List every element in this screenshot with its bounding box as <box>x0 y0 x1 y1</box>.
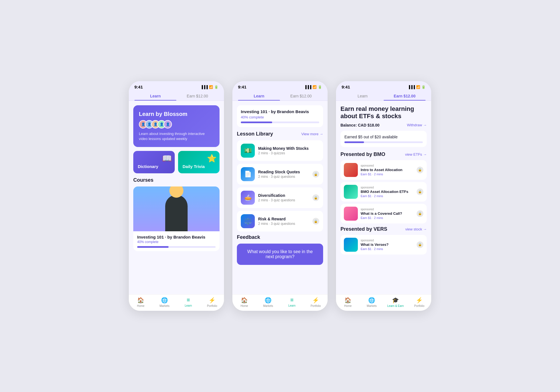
sponsored-thumb-3 <box>344 238 358 252</box>
sponsor-vers-link[interactable]: view stock → <box>405 227 427 231</box>
nav-home-label-3: Home <box>344 304 352 307</box>
lock-icon-sponsored-1: 🔒 <box>417 188 423 195</box>
status-icons-2: ▐▐▐ 📶 🔋 <box>304 85 322 89</box>
nav-markets-1[interactable]: 🌐 Markets <box>153 297 176 307</box>
nav-portfolio-2[interactable]: ⚡ Portfolio <box>304 297 328 307</box>
nav-portfolio-3[interactable]: ⚡ Portfolio <box>407 297 431 307</box>
lesson-info-0: Making Money With Stocks 2 mins · 3 quiz… <box>258 146 319 155</box>
markets-icon-3: 🌐 <box>368 297 375 304</box>
home-icon-2: 🏠 <box>241 297 248 304</box>
nav-portfolio-1[interactable]: ⚡ Portfolio <box>200 297 224 307</box>
person-body <box>165 195 188 231</box>
status-time-2: 9:41 <box>238 85 246 89</box>
tab-learn-1[interactable]: Learn <box>134 91 176 101</box>
wifi-icon-2: 📶 <box>312 85 317 89</box>
course-card[interactable]: Investing 101 · by Brandon Beavis 40% co… <box>133 186 220 251</box>
screen2-content: Investing 101 · by Brandon Beavis 40% co… <box>232 101 328 294</box>
battery-icon-2: 🔋 <box>318 85 322 89</box>
withdraw-button[interactable]: Withdraw → <box>407 123 427 127</box>
lesson-info-2: Diversification 2 mins · 3 quiz question… <box>258 193 309 202</box>
portfolio-icon-1: ⚡ <box>209 297 216 304</box>
avatar-5: 👤 <box>164 120 172 129</box>
lesson-name-1: Reading Stock Quotes <box>258 170 309 174</box>
tab-earn-1[interactable]: Earn $12.00 <box>176 91 218 101</box>
sponsored-earn-2: Earn $1 · 2 mins <box>361 216 414 220</box>
banner-progress-text: 40% complete <box>241 115 319 119</box>
wifi-icon: 📶 <box>209 85 213 89</box>
lock-icon-2: 🔒 <box>312 194 319 201</box>
nav-markets-3[interactable]: 🌐 Markets <box>360 297 384 307</box>
learn-earn-icon-3: 🎓 <box>392 297 399 304</box>
dictionary-tile[interactable]: 📖 Dictionary <box>133 151 175 173</box>
markets-icon-2: 🌐 <box>265 297 272 304</box>
tab-earn-2[interactable]: Earn $12.00 <box>280 91 322 101</box>
screen3-phone: 9:41 ▐▐▐ 📶 🔋 Learn Earn $12.00 Earn real… <box>336 81 431 311</box>
tab-learn-2[interactable]: Learn <box>238 91 280 101</box>
sponsored-label-3: sponsored <box>361 239 414 242</box>
lesson-meta-0: 2 mins · 3 quizzes <box>258 151 319 155</box>
nav-home-label-1: Home <box>137 304 144 307</box>
course-thumbnail <box>133 186 220 231</box>
lesson-meta-3: 2 mins · 3 quiz questions <box>258 222 309 226</box>
lesson-item-3[interactable]: ⚖️ Risk & Reward 2 mins · 3 quiz questio… <box>237 211 323 232</box>
sponsor-bmo-name: Presented by BMO <box>340 151 385 157</box>
lesson-info-1: Reading Stock Quotes 2 mins · 3 quiz que… <box>258 170 309 179</box>
home-icon-3: 🏠 <box>344 297 351 304</box>
lesson-name-2: Diversification <box>258 193 309 198</box>
view-more-link[interactable]: View more → <box>301 132 323 136</box>
sponsor-bmo-link[interactable]: view ETFs → <box>405 152 427 157</box>
nav-learn-earn-3[interactable]: 🎓 Learn & Earn <box>384 297 407 307</box>
sponsor-vers-header: Presented by VERS view stock → <box>340 226 427 232</box>
lesson-library-header: Lesson Library View more → <box>237 131 323 137</box>
trivia-tile[interactable]: ⭐ Daily Trivia <box>178 151 220 173</box>
bottom-nav-2: 🏠 Home 🌐 Markets ≡ Learn ⚡ Portfolio <box>232 294 328 311</box>
nav-home-label-2: Home <box>241 304 248 307</box>
feedback-label: Feedback <box>237 234 260 240</box>
nav-learn-1[interactable]: ≡ Learn <box>176 297 200 307</box>
bottom-nav-1: 🏠 Home 🌐 Markets ≡ Learn ⚡ Portfolio <box>129 294 224 311</box>
lesson-name-3: Risk & Reward <box>258 217 309 221</box>
nav-markets-2[interactable]: 🌐 Markets <box>256 297 280 307</box>
sponsored-info-1: sponsored BMO Asset Allocation ETFs Earn… <box>361 186 414 198</box>
nav-learn-label-1: Learn <box>185 304 192 307</box>
nav-portfolio-label-2: Portfolio <box>311 304 321 307</box>
sponsor-vers-name: Presented by VERS <box>340 226 387 232</box>
progress-bar-fill <box>137 246 169 248</box>
hero-avatars: 👤 👤 👤 👤 👤 <box>139 120 214 129</box>
sponsored-item-3[interactable]: sponsored What is Verses? Earn $1 · 2 mi… <box>340 235 427 255</box>
current-course-banner[interactable]: Investing 101 · by Brandon Beavis 40% co… <box>237 105 323 127</box>
nav-portfolio-label-1: Portfolio <box>207 304 217 307</box>
nav-learn-2[interactable]: ≡ Learn <box>280 297 304 307</box>
screen3-content: Earn real money learning about ETFs & st… <box>336 101 431 294</box>
sponsored-title-3: What is Verses? <box>361 242 414 247</box>
lesson-item-2[interactable]: 🥧 Diversification 2 mins · 3 quiz questi… <box>237 187 323 208</box>
nav-home-2[interactable]: 🏠 Home <box>232 297 256 307</box>
tab-earn-3[interactable]: Earn $12.00 <box>384 91 426 101</box>
lesson-item-1[interactable]: 📄 Reading Stock Quotes 2 mins · 3 quiz q… <box>237 164 323 185</box>
lock-icon-sponsored-3: 🔒 <box>417 241 423 248</box>
sponsored-thumb-2 <box>344 207 358 221</box>
nav-learn-label-2: Learn <box>288 304 296 307</box>
tab-learn-3[interactable]: Learn <box>342 91 384 101</box>
screen2-phone: 9:41 ▐▐▐ 📶 🔋 Learn Earn $12.00 Investing… <box>232 81 328 311</box>
lesson-name-0: Making Money With Stocks <box>258 146 319 151</box>
sponsored-item-0[interactable]: sponsored Intro to Asset Allocation Earn… <box>340 160 427 180</box>
lesson-item-0[interactable]: 💵 Making Money With Stocks 2 mins · 3 qu… <box>237 140 323 161</box>
earn-balance-row: Balance: CAD $18.00 Withdraw → <box>340 123 427 127</box>
status-bar-1: 9:41 ▐▐▐ 📶 🔋 <box>129 81 224 91</box>
nav-home-1[interactable]: 🏠 Home <box>129 297 153 307</box>
screen1-content: Learn by Blossom 👤 👤 👤 👤 👤 Learn about i… <box>129 101 224 294</box>
home-icon-1: 🏠 <box>137 297 144 304</box>
hero-description: Learn about investing through interactiv… <box>139 131 214 141</box>
nav-home-3[interactable]: 🏠 Home <box>336 297 360 307</box>
earned-progress-fill <box>344 141 364 143</box>
sponsored-item-1[interactable]: sponsored BMO Asset Allocation ETFs Earn… <box>340 182 427 202</box>
nav-markets-label-3: Markets <box>367 304 377 307</box>
top-tabs-1: Learn Earn $12.00 <box>129 91 224 101</box>
learn-icon-1: ≡ <box>187 297 190 303</box>
sponsored-item-2[interactable]: sponsored What is a Covered Call? Earn $… <box>340 204 427 223</box>
status-time-1: 9:41 <box>134 85 143 89</box>
feedback-card[interactable]: What would you like to see in the next p… <box>237 244 323 265</box>
status-icons-3: ▐▐▐ 📶 🔋 <box>408 85 426 89</box>
sponsored-info-0: sponsored Intro to Asset Allocation Earn… <box>361 164 414 176</box>
